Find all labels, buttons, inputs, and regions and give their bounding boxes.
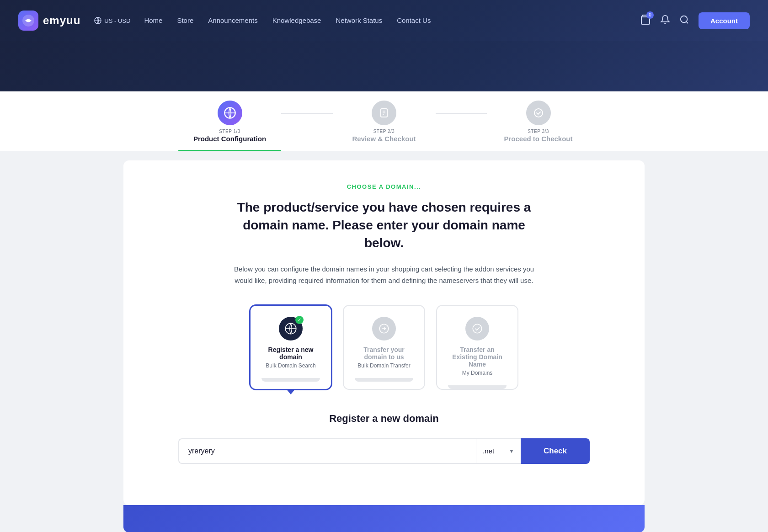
- tld-chevron-icon: ▼: [509, 448, 514, 454]
- locale-selector[interactable]: US - USD: [94, 17, 130, 24]
- transfer-option-bottom: [355, 378, 413, 382]
- step-3-title: Proceed to Checkout: [504, 135, 572, 143]
- domain-option-transfer[interactable]: Transfer your domain to us Bulk Domain T…: [343, 305, 425, 390]
- nav-knowledgebase[interactable]: Knowledgebase: [272, 16, 321, 25]
- domain-option-register[interactable]: ✓ Register a new domain Bulk Domain Sear…: [250, 305, 332, 390]
- register-option-bottom: [261, 378, 320, 382]
- nav-store[interactable]: Store: [177, 16, 193, 25]
- step-2-content: step 2/3 Review & Checkout: [333, 101, 436, 150]
- cart-icon[interactable]: 0: [640, 14, 651, 27]
- main-content: CHOOSE A DOMAIN... The product/service y…: [0, 151, 768, 532]
- step-1-content: step 1/3 Product Configuration: [178, 101, 281, 150]
- tld-select-wrap[interactable]: .net .com .org .io .co ▼: [476, 438, 521, 464]
- nav-right: 0 Account: [640, 12, 750, 29]
- content-card: CHOOSE A DOMAIN... The product/service y…: [123, 160, 645, 505]
- register-option-title: Register a new domain: [261, 346, 320, 361]
- step-3-label: step 3/3: [528, 129, 549, 134]
- step-3-underline: [487, 150, 590, 151]
- steps-container: step 1/3 Product Configuration step 2/3 …: [0, 91, 768, 151]
- step-connector-1: [281, 113, 333, 114]
- steps-wrapper: step 1/3 Product Configuration step 2/3 …: [178, 101, 590, 151]
- step-2[interactable]: step 2/3 Review & Checkout: [333, 101, 436, 151]
- blue-bar: [123, 505, 645, 532]
- step-2-title: Review & Checkout: [352, 135, 416, 143]
- domain-search-input[interactable]: [178, 438, 476, 464]
- domain-search-row: .net .com .org .io .co ▼ Check: [178, 438, 590, 464]
- domain-options: ✓ Register a new domain Bulk Domain Sear…: [151, 305, 617, 390]
- register-caret: [286, 389, 295, 394]
- register-title: Register a new domain: [151, 413, 617, 425]
- nav-contact-us[interactable]: Contact Us: [397, 16, 431, 25]
- existing-option-bottom: [448, 385, 507, 389]
- step-2-label: step 2/3: [373, 129, 395, 134]
- svg-point-9: [534, 109, 543, 117]
- search-icon[interactable]: [679, 15, 689, 27]
- nav-announcements[interactable]: Announcements: [208, 16, 257, 25]
- subtitle: Below you can configure the domain names…: [229, 263, 539, 287]
- brand: emyuu: [18, 11, 80, 31]
- navbar: emyuu US - USD Home Store Announcements …: [0, 0, 768, 41]
- register-section: Register a new domain .net .com .org .io…: [151, 413, 617, 464]
- hero-area: [0, 41, 768, 91]
- existing-option-title: Transfer an Existing Domain Name: [448, 346, 507, 368]
- check-button[interactable]: Check: [521, 438, 590, 464]
- step-1-title: Product Configuration: [193, 135, 266, 143]
- domain-option-existing[interactable]: Transfer an Existing Domain Name My Doma…: [436, 305, 518, 390]
- step-2-icon: [372, 101, 396, 125]
- brand-name: emyuu: [43, 14, 80, 27]
- main-title: The product/service you have chosen requ…: [224, 198, 544, 252]
- step-3-icon: [526, 101, 551, 125]
- step-1-underline: [178, 150, 281, 151]
- nav-network-status[interactable]: Network Status: [336, 16, 382, 25]
- existing-icon-wrap: [465, 317, 489, 340]
- step-1-icon: [218, 101, 242, 125]
- step-connector-2: [436, 113, 487, 114]
- svg-point-12: [473, 324, 482, 333]
- step-1-label: step 1/3: [219, 129, 240, 134]
- cart-badge: 0: [646, 11, 654, 19]
- register-option-sub: Bulk Domain Search: [266, 362, 315, 369]
- choose-domain-label: CHOOSE A DOMAIN...: [151, 183, 617, 190]
- step-2-underline: [333, 150, 436, 151]
- locale-label: US - USD: [104, 17, 130, 24]
- nav-home[interactable]: Home: [144, 16, 162, 25]
- existing-option-sub: My Domains: [462, 370, 493, 376]
- bell-icon[interactable]: [660, 15, 670, 27]
- step-3[interactable]: step 3/3 Proceed to Checkout: [487, 101, 590, 151]
- register-check-icon: ✓: [295, 316, 304, 324]
- tld-select[interactable]: .net .com .org .io .co: [483, 447, 507, 455]
- step-3-content: step 3/3 Proceed to Checkout: [487, 101, 590, 150]
- step-1[interactable]: step 1/3 Product Configuration: [178, 101, 281, 151]
- register-icon-wrap: ✓: [279, 317, 303, 340]
- account-button[interactable]: Account: [699, 12, 750, 29]
- nav-links: Home Store Announcements Knowledgebase N…: [144, 16, 640, 25]
- brand-logo: [18, 11, 38, 31]
- svg-point-3: [681, 16, 688, 22]
- transfer-option-sub: Bulk Domain Transfer: [357, 362, 410, 369]
- transfer-option-title: Transfer your domain to us: [355, 346, 413, 361]
- transfer-icon-wrap: [372, 317, 396, 340]
